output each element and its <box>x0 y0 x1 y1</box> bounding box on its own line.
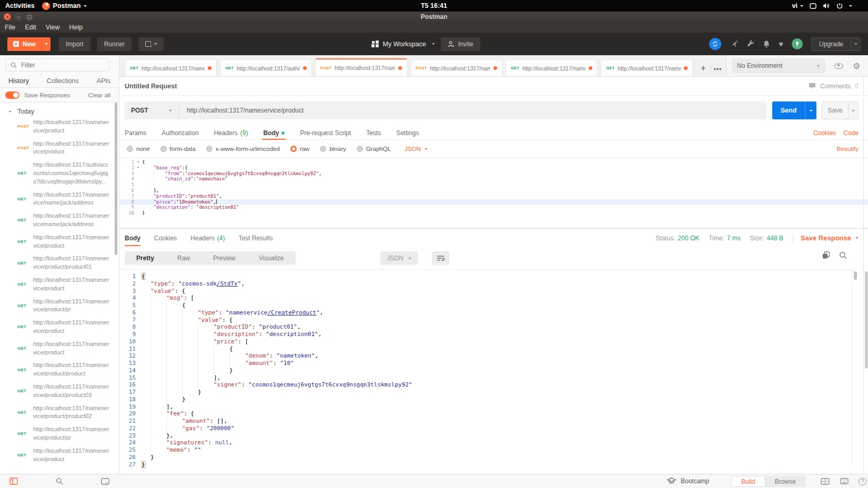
browse-tab[interactable]: Browse <box>765 476 805 487</box>
body-language-selector[interactable]: JSON <box>405 146 428 152</box>
save-button[interactable]: Save <box>822 101 859 119</box>
sidebar-tab-apis[interactable]: APIs <box>97 77 110 85</box>
environment-quick-look-icon[interactable] <box>834 63 843 69</box>
filter-box[interactable] <box>5 58 109 72</box>
history-item[interactable]: GEThttp://localhost:1317/nameservice/nam… <box>17 212 119 229</box>
menu-help[interactable]: Help <box>69 24 83 31</box>
request-tab-params[interactable]: Params <box>125 126 146 139</box>
clear-all-button[interactable]: Clear all <box>88 92 110 98</box>
history-item[interactable]: POSThttp://localhost:1317/nameservice/pr… <box>17 140 119 157</box>
request-tab-headers[interactable]: Headers(9) <box>214 126 248 139</box>
avatar[interactable] <box>792 38 803 49</box>
sidebar-toggle-icon[interactable] <box>9 477 18 485</box>
upgrade-button[interactable]: Upgrade <box>811 37 861 51</box>
save-response-button[interactable]: Save Response <box>801 234 859 242</box>
cookies-link[interactable]: Cookies <box>813 129 836 137</box>
body-type-form-data[interactable]: form-data <box>160 146 196 152</box>
body-type-x-www-form-urlencoded[interactable]: x-www-form-urlencoded <box>206 146 280 152</box>
response-view-raw[interactable]: Raw <box>166 255 201 262</box>
new-dropdown-arrow[interactable] <box>42 37 51 51</box>
window-close-button[interactable]: ✕ <box>4 13 11 21</box>
history-item[interactable]: GEThttp://localhost:1317/nameservice/pro… <box>17 447 119 464</box>
response-view-visualize[interactable]: Visualize <box>247 255 296 262</box>
response-tab-cookies[interactable]: Cookies <box>154 229 177 247</box>
response-language-selector[interactable]: JSON <box>380 251 418 265</box>
request-tab-authorization[interactable]: Authorization <box>162 126 198 139</box>
history-item[interactable]: GEThttp://localhost:1317/nameservice/nam… <box>17 191 119 208</box>
clock[interactable]: T5 16:41 <box>421 2 447 9</box>
user-menu[interactable]: vi <box>792 2 803 9</box>
gear-icon[interactable]: ⚙ <box>853 61 860 71</box>
window-minimize-button[interactable]: – <box>15 13 22 21</box>
send-dropdown-arrow[interactable] <box>805 101 816 119</box>
main-scrollbar[interactable] <box>863 77 868 474</box>
two-pane-view-icon[interactable] <box>821 478 830 485</box>
new-button[interactable]: +New <box>7 37 51 51</box>
response-view-preview[interactable]: Preview <box>201 255 247 262</box>
request-tab-settings[interactable]: Settings <box>396 126 419 139</box>
body-type-none[interactable]: none <box>127 146 150 152</box>
open-new-button[interactable] <box>138 37 164 51</box>
body-type-graphql[interactable]: GraphQL <box>357 146 391 152</box>
history-item[interactable]: GEThttp://localhost:1317/nameservice/pro… <box>17 340 119 357</box>
response-tab-test-results[interactable]: Test Results <box>238 229 272 247</box>
beautify-link[interactable]: Beautify <box>836 146 859 152</box>
url-input[interactable]: http://localhost:1317/nameservice/produc… <box>179 107 767 114</box>
request-body-editor[interactable]: 1▾2▾345678910 {"base_req":{"from":"cosmo… <box>119 158 868 228</box>
tab-options-button[interactable]: ••• <box>711 66 724 73</box>
request-tab[interactable]: POSThttp://localhost:1317/name... <box>410 59 502 76</box>
request-tab[interactable]: GEThttp://localhost:1317/names... <box>601 59 693 76</box>
search-icon[interactable] <box>839 251 847 259</box>
history-item[interactable]: GEThttp://localhost:1317/nameservice/pro… <box>17 233 119 250</box>
request-tab[interactable]: GEThttp://localhost:1317/names... <box>125 59 217 76</box>
menu-file[interactable]: File <box>5 24 15 31</box>
history-group-today[interactable]: Today <box>0 103 119 118</box>
body-type-binary[interactable]: binary <box>320 146 346 152</box>
code-link[interactable]: Code <box>843 129 859 137</box>
request-tab-body[interactable]: Body <box>263 126 285 139</box>
volume-icon[interactable] <box>823 3 830 9</box>
request-tab[interactable]: POSThttp://localhost:1317/name... <box>315 58 407 76</box>
history-item[interactable]: GEThttp://localhost:1317/nameservice/pro… <box>17 319 119 336</box>
save-responses-toggle[interactable] <box>5 92 19 99</box>
invite-button[interactable]: Invite <box>441 37 480 51</box>
heart-icon[interactable]: ♥ <box>779 39 783 48</box>
wrap-text-button[interactable] <box>432 251 449 265</box>
runner-button[interactable]: Runner <box>97 37 132 51</box>
response-body-viewer[interactable]: 1234567891011121314151617181920212223242… <box>119 269 852 466</box>
app-menu[interactable]: Postman <box>42 2 87 10</box>
window-maximize-button[interactable]: ▢ <box>26 13 33 21</box>
response-tab-headers[interactable]: Headers(4) <box>190 229 225 247</box>
sidebar-scrollbar[interactable] <box>115 103 117 255</box>
method-selector[interactable]: POST <box>125 101 179 119</box>
history-item[interactable]: GEThttp://localhost:1317/nameservice/pro… <box>17 298 119 314</box>
sidebar-tab-collections[interactable]: Collections <box>47 77 79 85</box>
sidebar-tab-history[interactable]: History <box>8 77 29 85</box>
history-item[interactable]: GEThttp://localhost:1317/nameservice/pro… <box>17 361 119 378</box>
filter-input[interactable] <box>21 62 89 69</box>
environment-selector[interactable]: No Environment <box>732 58 825 73</box>
chevron-down-icon[interactable] <box>849 5 852 7</box>
menu-edit[interactable]: Edit <box>25 24 36 31</box>
request-tab-pre-request-script[interactable]: Pre-request Script <box>300 126 351 139</box>
keyboard-layout-icon[interactable] <box>810 3 816 9</box>
request-tab-tests[interactable]: Tests <box>366 126 381 139</box>
wrench-icon[interactable] <box>746 40 754 48</box>
search-icon[interactable] <box>56 477 63 485</box>
history-item[interactable]: GEThttp://localhost:1317/nameservice/pro… <box>17 425 119 442</box>
history-item[interactable]: POSThttp://localhost:1317/nameservice/pr… <box>17 118 119 135</box>
history-item[interactable]: GEThttp://localhost:1317/nameservice/pro… <box>17 255 119 271</box>
response-scrollbar[interactable] <box>854 271 857 280</box>
workspace-switcher[interactable]: My Workspace <box>371 40 435 48</box>
copy-icon[interactable] <box>822 251 830 259</box>
activities-button[interactable]: Activities <box>5 2 35 9</box>
keyboard-shortcuts-icon[interactable] <box>840 478 849 484</box>
history-item[interactable]: GEThttp://localhost:1317/nameservice/pro… <box>17 276 119 293</box>
sync-icon[interactable] <box>709 38 721 50</box>
menu-view[interactable]: View <box>46 24 60 31</box>
power-icon[interactable] <box>836 3 843 9</box>
help-icon[interactable]: ? <box>859 477 866 485</box>
request-tab[interactable]: GEThttp://localhost:1317/names... <box>506 59 598 76</box>
body-type-raw[interactable]: raw <box>290 146 310 152</box>
history-item[interactable]: GEThttp://localhost:1317/nameservice/pro… <box>17 404 119 421</box>
